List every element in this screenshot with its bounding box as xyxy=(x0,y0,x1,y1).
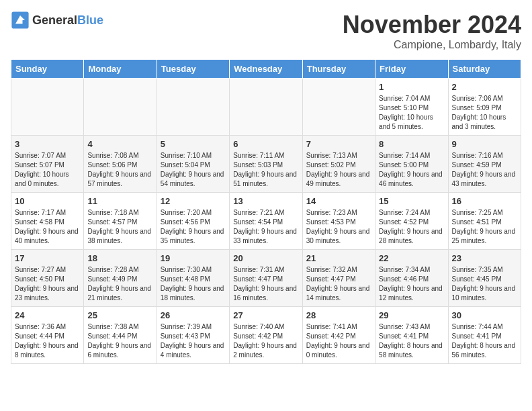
day-number: 17 xyxy=(15,253,80,263)
day-number: 8 xyxy=(379,139,444,149)
calendar-cell: 4Sunrise: 7:08 AM Sunset: 5:06 PM Daylig… xyxy=(84,136,157,193)
header: GeneralBlue November 2024 Campione, Lomb… xyxy=(11,11,521,51)
location-title: Campione, Lombardy, Italy xyxy=(343,39,521,51)
calendar-cell: 24Sunrise: 7:36 AM Sunset: 4:44 PM Dayli… xyxy=(11,307,84,364)
day-info: Sunrise: 7:24 AM Sunset: 4:52 PM Dayligh… xyxy=(379,208,444,246)
logo-icon xyxy=(11,11,30,30)
day-info: Sunrise: 7:40 AM Sunset: 4:42 PM Dayligh… xyxy=(233,322,298,360)
day-info: Sunrise: 7:39 AM Sunset: 4:43 PM Dayligh… xyxy=(161,322,226,360)
day-info: Sunrise: 7:13 AM Sunset: 5:02 PM Dayligh… xyxy=(306,151,371,189)
weekday-header-cell: Monday xyxy=(84,60,157,79)
day-number: 26 xyxy=(161,310,226,320)
day-info: Sunrise: 7:41 AM Sunset: 4:42 PM Dayligh… xyxy=(306,322,371,360)
day-info: Sunrise: 7:35 AM Sunset: 4:45 PM Dayligh… xyxy=(452,265,517,303)
calendar-cell xyxy=(11,79,84,136)
calendar-cell: 16Sunrise: 7:25 AM Sunset: 4:51 PM Dayli… xyxy=(448,193,521,250)
calendar-cell: 26Sunrise: 7:39 AM Sunset: 4:43 PM Dayli… xyxy=(157,307,229,364)
day-number: 20 xyxy=(233,253,298,263)
day-info: Sunrise: 7:25 AM Sunset: 4:51 PM Dayligh… xyxy=(452,208,517,246)
day-info: Sunrise: 7:04 AM Sunset: 5:10 PM Dayligh… xyxy=(379,94,444,132)
calendar-cell xyxy=(157,79,229,136)
weekday-header-cell: Saturday xyxy=(448,60,521,79)
calendar-cell xyxy=(84,79,157,136)
calendar-cell: 25Sunrise: 7:38 AM Sunset: 4:44 PM Dayli… xyxy=(84,307,157,364)
day-number: 29 xyxy=(379,310,444,320)
calendar-cell: 15Sunrise: 7:24 AM Sunset: 4:52 PM Dayli… xyxy=(375,193,448,250)
day-info: Sunrise: 7:10 AM Sunset: 5:04 PM Dayligh… xyxy=(161,151,226,189)
month-title: November 2024 xyxy=(343,11,521,39)
calendar-cell: 12Sunrise: 7:20 AM Sunset: 4:56 PM Dayli… xyxy=(157,193,229,250)
calendar-cell: 11Sunrise: 7:18 AM Sunset: 4:57 PM Dayli… xyxy=(84,193,157,250)
day-number: 6 xyxy=(233,139,298,149)
day-info: Sunrise: 7:44 AM Sunset: 4:41 PM Dayligh… xyxy=(452,322,517,360)
day-number: 10 xyxy=(15,196,80,206)
day-info: Sunrise: 7:31 AM Sunset: 4:47 PM Dayligh… xyxy=(233,265,298,303)
day-number: 4 xyxy=(87,139,152,149)
day-info: Sunrise: 7:30 AM Sunset: 4:48 PM Dayligh… xyxy=(161,265,226,303)
calendar-cell: 18Sunrise: 7:28 AM Sunset: 4:49 PM Dayli… xyxy=(84,250,157,307)
calendar-cell: 23Sunrise: 7:35 AM Sunset: 4:45 PM Dayli… xyxy=(448,250,521,307)
day-number: 28 xyxy=(306,310,371,320)
day-info: Sunrise: 7:14 AM Sunset: 5:00 PM Dayligh… xyxy=(379,151,444,189)
day-info: Sunrise: 7:06 AM Sunset: 5:09 PM Dayligh… xyxy=(452,94,517,132)
day-info: Sunrise: 7:36 AM Sunset: 4:44 PM Dayligh… xyxy=(15,322,80,360)
calendar-cell: 7Sunrise: 7:13 AM Sunset: 5:02 PM Daylig… xyxy=(302,136,375,193)
day-number: 24 xyxy=(15,310,80,320)
day-info: Sunrise: 7:20 AM Sunset: 4:56 PM Dayligh… xyxy=(161,208,226,246)
calendar-cell xyxy=(230,79,302,136)
calendar-cell: 13Sunrise: 7:21 AM Sunset: 4:54 PM Dayli… xyxy=(230,193,302,250)
calendar-cell: 10Sunrise: 7:17 AM Sunset: 4:58 PM Dayli… xyxy=(11,193,84,250)
calendar-table: SundayMondayTuesdayWednesdayThursdayFrid… xyxy=(11,59,521,364)
calendar-cell: 1Sunrise: 7:04 AM Sunset: 5:10 PM Daylig… xyxy=(375,79,448,136)
calendar-week-row: 10Sunrise: 7:17 AM Sunset: 4:58 PM Dayli… xyxy=(11,193,521,250)
calendar-week-row: 17Sunrise: 7:27 AM Sunset: 4:50 PM Dayli… xyxy=(11,250,521,307)
calendar-cell: 17Sunrise: 7:27 AM Sunset: 4:50 PM Dayli… xyxy=(11,250,84,307)
calendar-cell: 20Sunrise: 7:31 AM Sunset: 4:47 PM Dayli… xyxy=(230,250,302,307)
day-number: 7 xyxy=(306,139,371,149)
logo-general: General xyxy=(32,13,77,27)
day-number: 27 xyxy=(233,310,298,320)
calendar-cell: 28Sunrise: 7:41 AM Sunset: 4:42 PM Dayli… xyxy=(302,307,375,364)
weekday-header-row: SundayMondayTuesdayWednesdayThursdayFrid… xyxy=(11,60,521,79)
day-info: Sunrise: 7:43 AM Sunset: 4:41 PM Dayligh… xyxy=(379,322,444,360)
day-number: 5 xyxy=(161,139,226,149)
weekday-header-cell: Friday xyxy=(375,60,448,79)
calendar-cell: 3Sunrise: 7:07 AM Sunset: 5:07 PM Daylig… xyxy=(11,136,84,193)
day-number: 3 xyxy=(15,139,80,149)
weekday-header-cell: Tuesday xyxy=(157,60,229,79)
calendar-cell xyxy=(302,79,375,136)
calendar-cell: 19Sunrise: 7:30 AM Sunset: 4:48 PM Dayli… xyxy=(157,250,229,307)
weekday-header-cell: Sunday xyxy=(11,60,84,79)
calendar-cell: 8Sunrise: 7:14 AM Sunset: 5:00 PM Daylig… xyxy=(375,136,448,193)
calendar-cell: 22Sunrise: 7:34 AM Sunset: 4:46 PM Dayli… xyxy=(375,250,448,307)
day-info: Sunrise: 7:18 AM Sunset: 4:57 PM Dayligh… xyxy=(87,208,152,246)
day-info: Sunrise: 7:28 AM Sunset: 4:49 PM Dayligh… xyxy=(87,265,152,303)
calendar-week-row: 1Sunrise: 7:04 AM Sunset: 5:10 PM Daylig… xyxy=(11,79,521,136)
day-number: 12 xyxy=(161,196,226,206)
calendar-body: 1Sunrise: 7:04 AM Sunset: 5:10 PM Daylig… xyxy=(11,79,521,364)
day-info: Sunrise: 7:21 AM Sunset: 4:54 PM Dayligh… xyxy=(233,208,298,246)
day-info: Sunrise: 7:32 AM Sunset: 4:47 PM Dayligh… xyxy=(306,265,371,303)
day-info: Sunrise: 7:17 AM Sunset: 4:58 PM Dayligh… xyxy=(15,208,80,246)
calendar-cell: 5Sunrise: 7:10 AM Sunset: 5:04 PM Daylig… xyxy=(157,136,229,193)
day-number: 18 xyxy=(87,253,152,263)
day-number: 1 xyxy=(379,82,444,92)
day-number: 2 xyxy=(452,82,517,92)
weekday-header-cell: Thursday xyxy=(302,60,375,79)
day-number: 14 xyxy=(306,196,371,206)
day-info: Sunrise: 7:34 AM Sunset: 4:46 PM Dayligh… xyxy=(379,265,444,303)
calendar-cell: 29Sunrise: 7:43 AM Sunset: 4:41 PM Dayli… xyxy=(375,307,448,364)
day-number: 21 xyxy=(306,253,371,263)
calendar-cell: 14Sunrise: 7:23 AM Sunset: 4:53 PM Dayli… xyxy=(302,193,375,250)
day-info: Sunrise: 7:27 AM Sunset: 4:50 PM Dayligh… xyxy=(15,265,80,303)
calendar-cell: 6Sunrise: 7:11 AM Sunset: 5:03 PM Daylig… xyxy=(230,136,302,193)
day-info: Sunrise: 7:08 AM Sunset: 5:06 PM Dayligh… xyxy=(87,151,152,189)
day-info: Sunrise: 7:16 AM Sunset: 4:59 PM Dayligh… xyxy=(452,151,517,189)
day-number: 11 xyxy=(87,196,152,206)
day-number: 25 xyxy=(87,310,152,320)
weekday-header-cell: Wednesday xyxy=(230,60,302,79)
day-number: 19 xyxy=(161,253,226,263)
day-number: 30 xyxy=(452,310,517,320)
logo: GeneralBlue xyxy=(11,11,103,30)
day-number: 15 xyxy=(379,196,444,206)
